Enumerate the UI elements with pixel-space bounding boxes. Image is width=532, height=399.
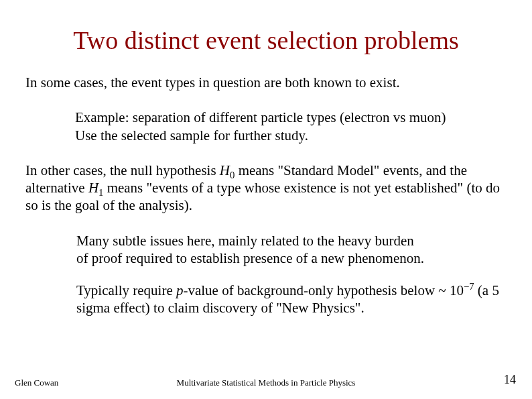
para2-pre: In other cases, the null hypothesis	[25, 162, 220, 178]
paragraph-2: In other cases, the null hypothesis H0 m…	[25, 162, 507, 215]
indent3-sup: −7	[464, 281, 474, 292]
indent1-line1: Example: separation of different particl…	[75, 109, 507, 126]
indent3-p: p	[176, 282, 184, 298]
footer-title: Multivariate Statistical Methods in Part…	[0, 378, 532, 388]
indent-block-3: Typically require p-value of background-…	[76, 282, 507, 317]
paragraph-1: In some cases, the event types in questi…	[25, 74, 507, 91]
slide-content: In some cases, the event types in questi…	[0, 55, 532, 317]
indent3-mid: -value of background-only hypothesis bel…	[183, 282, 463, 298]
indent-block-2: Many subtle issues here, mainly related …	[76, 232, 507, 268]
page-number: 14	[504, 373, 516, 387]
indent2-line2: of proof required to establish presence …	[76, 249, 507, 267]
para2-H1-H: H	[88, 180, 98, 196]
slide-title: Two distinct event selection problems	[0, 0, 532, 55]
indent1-line2: Use the selected sample for further stud…	[75, 127, 507, 144]
indent2-line1: Many subtle issues here, mainly related …	[76, 232, 507, 249]
indent3-pre: Typically require	[76, 282, 176, 298]
indent-block-1: Example: separation of different particl…	[75, 109, 507, 144]
para2-H0-H: H	[220, 162, 230, 178]
